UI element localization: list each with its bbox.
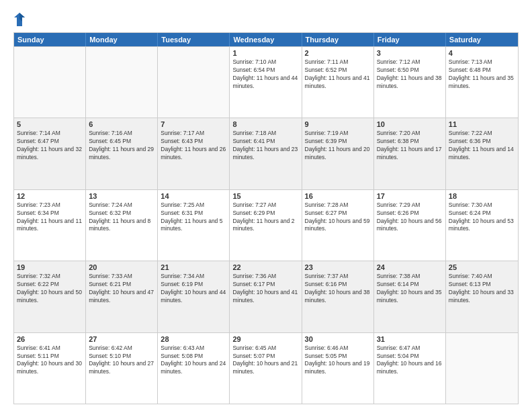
cell-date-24: 24 bbox=[377, 263, 443, 271]
day-header-saturday: Saturday bbox=[446, 33, 518, 46]
cell-date-18: 18 bbox=[449, 192, 515, 200]
cell-info-3: Sunrise: 7:12 AM Sunset: 6:50 PM Dayligh… bbox=[377, 58, 443, 91]
cell-info-28: Sunrise: 6:43 AM Sunset: 5:08 PM Dayligh… bbox=[161, 345, 226, 377]
cell-info-19: Sunrise: 7:32 AM Sunset: 6:22 PM Dayligh… bbox=[17, 273, 83, 305]
cell-date-22: 22 bbox=[232, 263, 298, 271]
cell-info-27: Sunrise: 6:42 AM Sunset: 5:10 PM Dayligh… bbox=[89, 345, 154, 377]
cell-date-19: 19 bbox=[17, 263, 83, 271]
cell-info-8: Sunrise: 7:18 AM Sunset: 6:41 PM Dayligh… bbox=[232, 130, 298, 162]
cell-info-14: Sunrise: 7:25 AM Sunset: 6:31 PM Dayligh… bbox=[161, 201, 226, 234]
cal-row-3: 19Sunrise: 7:32 AM Sunset: 6:22 PM Dayli… bbox=[14, 261, 518, 332]
cell-date-6: 6 bbox=[89, 120, 154, 128]
day-cell-30: 30Sunrise: 6:46 AM Sunset: 5:05 PM Dayli… bbox=[302, 333, 374, 404]
cell-info-11: Sunrise: 7:22 AM Sunset: 6:36 PM Dayligh… bbox=[449, 130, 515, 162]
cell-info-12: Sunrise: 7:23 AM Sunset: 6:34 PM Dayligh… bbox=[17, 201, 83, 234]
day-cell-18: 18Sunrise: 7:30 AM Sunset: 6:24 PM Dayli… bbox=[446, 190, 518, 261]
day-cell-11: 11Sunrise: 7:22 AM Sunset: 6:36 PM Dayli… bbox=[446, 118, 518, 189]
empty-cell-0-2 bbox=[158, 47, 230, 118]
day-cell-5: 5Sunrise: 7:14 AM Sunset: 6:47 PM Daylig… bbox=[14, 118, 86, 189]
cal-row-1: 5Sunrise: 7:14 AM Sunset: 6:47 PM Daylig… bbox=[14, 118, 518, 189]
cell-date-27: 27 bbox=[89, 335, 154, 343]
cell-date-20: 20 bbox=[89, 263, 154, 271]
cell-date-26: 26 bbox=[17, 335, 83, 343]
day-cell-22: 22Sunrise: 7:36 AM Sunset: 6:17 PM Dayli… bbox=[230, 261, 302, 332]
cell-date-7: 7 bbox=[161, 120, 226, 128]
cell-date-3: 3 bbox=[377, 49, 443, 57]
cell-info-23: Sunrise: 7:37 AM Sunset: 6:16 PM Dayligh… bbox=[305, 273, 371, 305]
cell-date-5: 5 bbox=[17, 120, 83, 128]
day-cell-4: 4Sunrise: 7:13 AM Sunset: 6:48 PM Daylig… bbox=[446, 47, 518, 118]
cell-info-2: Sunrise: 7:11 AM Sunset: 6:52 PM Dayligh… bbox=[305, 58, 371, 91]
day-cell-27: 27Sunrise: 6:42 AM Sunset: 5:10 PM Dayli… bbox=[86, 333, 158, 404]
cal-row-4: 26Sunrise: 6:41 AM Sunset: 5:11 PM Dayli… bbox=[14, 332, 518, 404]
cal-row-2: 12Sunrise: 7:23 AM Sunset: 6:34 PM Dayli… bbox=[14, 189, 518, 261]
cell-info-1: Sunrise: 7:10 AM Sunset: 6:54 PM Dayligh… bbox=[232, 58, 298, 91]
cell-info-31: Sunrise: 6:47 AM Sunset: 5:04 PM Dayligh… bbox=[377, 345, 443, 377]
cell-date-4: 4 bbox=[449, 49, 515, 57]
cell-info-22: Sunrise: 7:36 AM Sunset: 6:17 PM Dayligh… bbox=[232, 273, 298, 305]
day-header-thursday: Thursday bbox=[302, 33, 374, 46]
cell-date-15: 15 bbox=[232, 192, 298, 200]
calendar-body: 1Sunrise: 7:10 AM Sunset: 6:54 PM Daylig… bbox=[14, 46, 518, 404]
day-cell-8: 8Sunrise: 7:18 AM Sunset: 6:41 PM Daylig… bbox=[230, 118, 302, 189]
cell-info-9: Sunrise: 7:19 AM Sunset: 6:39 PM Dayligh… bbox=[305, 130, 371, 162]
day-cell-1: 1Sunrise: 7:10 AM Sunset: 6:54 PM Daylig… bbox=[230, 47, 302, 118]
cell-info-18: Sunrise: 7:30 AM Sunset: 6:24 PM Dayligh… bbox=[449, 201, 515, 234]
day-header-tuesday: Tuesday bbox=[158, 33, 230, 46]
day-cell-23: 23Sunrise: 7:37 AM Sunset: 6:16 PM Dayli… bbox=[302, 261, 374, 332]
day-cell-3: 3Sunrise: 7:12 AM Sunset: 6:50 PM Daylig… bbox=[374, 47, 446, 118]
day-cell-7: 7Sunrise: 7:17 AM Sunset: 6:43 PM Daylig… bbox=[158, 118, 230, 189]
day-cell-28: 28Sunrise: 6:43 AM Sunset: 5:08 PM Dayli… bbox=[158, 333, 230, 404]
calendar: SundayMondayTuesdayWednesdayThursdayFrid… bbox=[13, 32, 519, 404]
cell-info-6: Sunrise: 7:16 AM Sunset: 6:45 PM Dayligh… bbox=[89, 130, 154, 162]
day-header-sunday: Sunday bbox=[14, 33, 86, 46]
empty-cell-4-6 bbox=[446, 333, 518, 404]
day-cell-16: 16Sunrise: 7:28 AM Sunset: 6:27 PM Dayli… bbox=[302, 190, 374, 261]
cell-info-17: Sunrise: 7:29 AM Sunset: 6:26 PM Dayligh… bbox=[377, 201, 443, 234]
cell-date-30: 30 bbox=[305, 335, 371, 343]
cell-date-16: 16 bbox=[305, 192, 371, 200]
day-cell-29: 29Sunrise: 6:45 AM Sunset: 5:07 PM Dayli… bbox=[230, 333, 302, 404]
cell-info-25: Sunrise: 7:40 AM Sunset: 6:13 PM Dayligh… bbox=[449, 273, 515, 305]
cell-date-13: 13 bbox=[89, 192, 154, 200]
cell-date-1: 1 bbox=[232, 49, 298, 57]
day-cell-14: 14Sunrise: 7:25 AM Sunset: 6:31 PM Dayli… bbox=[158, 190, 230, 261]
cal-row-0: 1Sunrise: 7:10 AM Sunset: 6:54 PM Daylig… bbox=[14, 46, 518, 118]
cell-date-21: 21 bbox=[161, 263, 226, 271]
cell-info-16: Sunrise: 7:28 AM Sunset: 6:27 PM Dayligh… bbox=[305, 201, 371, 234]
cell-info-24: Sunrise: 7:38 AM Sunset: 6:14 PM Dayligh… bbox=[377, 273, 443, 305]
day-cell-15: 15Sunrise: 7:27 AM Sunset: 6:29 PM Dayli… bbox=[230, 190, 302, 261]
header bbox=[13, 12, 519, 27]
day-cell-31: 31Sunrise: 6:47 AM Sunset: 5:04 PM Dayli… bbox=[374, 333, 446, 404]
cell-date-10: 10 bbox=[377, 120, 443, 128]
empty-cell-0-1 bbox=[86, 47, 158, 118]
day-cell-24: 24Sunrise: 7:38 AM Sunset: 6:14 PM Dayli… bbox=[374, 261, 446, 332]
day-cell-21: 21Sunrise: 7:34 AM Sunset: 6:19 PM Dayli… bbox=[158, 261, 230, 332]
logo bbox=[13, 12, 28, 27]
day-header-friday: Friday bbox=[374, 33, 446, 46]
day-cell-20: 20Sunrise: 7:33 AM Sunset: 6:21 PM Dayli… bbox=[86, 261, 158, 332]
cell-date-31: 31 bbox=[377, 335, 443, 343]
cell-date-17: 17 bbox=[377, 192, 443, 200]
cell-date-11: 11 bbox=[449, 120, 515, 128]
cell-date-12: 12 bbox=[17, 192, 83, 200]
cell-info-29: Sunrise: 6:45 AM Sunset: 5:07 PM Dayligh… bbox=[232, 345, 298, 377]
cell-info-7: Sunrise: 7:17 AM Sunset: 6:43 PM Dayligh… bbox=[161, 130, 226, 162]
day-cell-17: 17Sunrise: 7:29 AM Sunset: 6:26 PM Dayli… bbox=[374, 190, 446, 261]
cell-info-21: Sunrise: 7:34 AM Sunset: 6:19 PM Dayligh… bbox=[161, 273, 226, 305]
cell-date-29: 29 bbox=[232, 335, 298, 343]
cell-date-9: 9 bbox=[305, 120, 371, 128]
calendar-header: SundayMondayTuesdayWednesdayThursdayFrid… bbox=[14, 33, 518, 46]
cell-date-23: 23 bbox=[305, 263, 371, 271]
cell-info-15: Sunrise: 7:27 AM Sunset: 6:29 PM Dayligh… bbox=[232, 201, 298, 234]
day-cell-12: 12Sunrise: 7:23 AM Sunset: 6:34 PM Dayli… bbox=[14, 190, 86, 261]
day-cell-13: 13Sunrise: 7:24 AM Sunset: 6:32 PM Dayli… bbox=[86, 190, 158, 261]
cell-date-14: 14 bbox=[161, 192, 226, 200]
cell-date-28: 28 bbox=[161, 335, 226, 343]
cell-info-13: Sunrise: 7:24 AM Sunset: 6:32 PM Dayligh… bbox=[89, 201, 154, 234]
cell-date-8: 8 bbox=[232, 120, 298, 128]
day-cell-2: 2Sunrise: 7:11 AM Sunset: 6:52 PM Daylig… bbox=[302, 47, 374, 118]
logo-icon bbox=[13, 12, 26, 27]
day-cell-26: 26Sunrise: 6:41 AM Sunset: 5:11 PM Dayli… bbox=[14, 333, 86, 404]
cell-info-20: Sunrise: 7:33 AM Sunset: 6:21 PM Dayligh… bbox=[89, 273, 154, 305]
